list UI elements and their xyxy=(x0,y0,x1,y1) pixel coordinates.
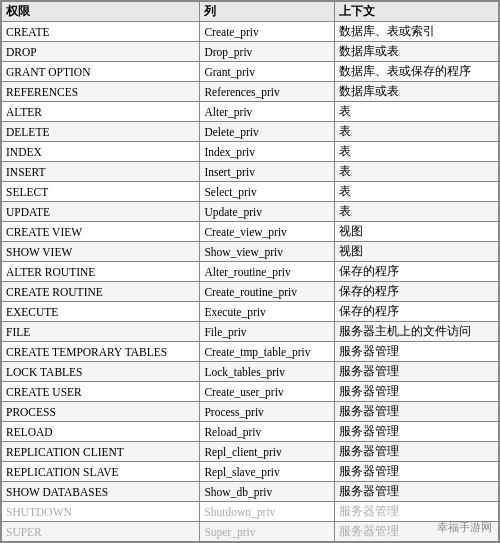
header-context: 上下文 xyxy=(334,2,498,22)
cell-column: Alter_routine_priv xyxy=(200,262,334,282)
cell-privilege: SUPER xyxy=(2,522,200,542)
watermark: 幸福手游网 xyxy=(437,520,492,535)
table-row: SHUTDOWNShutdown_priv服务器管理 xyxy=(2,502,499,522)
cell-privilege: CREATE VIEW xyxy=(2,222,200,242)
header-privilege: 权限 xyxy=(2,2,200,22)
cell-column: Show_db_priv xyxy=(200,482,334,502)
cell-column: Shutdown_priv xyxy=(200,502,334,522)
table-row: SELECTSelect_priv表 xyxy=(2,182,499,202)
cell-column: Insert_priv xyxy=(200,162,334,182)
table-row: REPLICATION SLAVERepl_slave_priv服务器管理 xyxy=(2,462,499,482)
cell-context: 表 xyxy=(334,102,498,122)
cell-context: 表 xyxy=(334,142,498,162)
cell-privilege: DROP xyxy=(2,42,200,62)
header-column: 列 xyxy=(200,2,334,22)
table-row: DELETEDelete_priv表 xyxy=(2,122,499,142)
cell-privilege: LOCK TABLES xyxy=(2,362,200,382)
cell-privilege: GRANT OPTION xyxy=(2,62,200,82)
cell-context: 保存的程序 xyxy=(334,262,498,282)
cell-privilege: FILE xyxy=(2,322,200,342)
table-row: CREATE VIEWCreate_view_priv视图 xyxy=(2,222,499,242)
cell-column: Create_priv xyxy=(200,22,334,42)
cell-context: 视图 xyxy=(334,222,498,242)
table-row: DROPDrop_priv数据库或表 xyxy=(2,42,499,62)
cell-context: 保存的程序 xyxy=(334,282,498,302)
cell-context: 保存的程序 xyxy=(334,302,498,322)
table-row: PROCESSProcess_priv服务器管理 xyxy=(2,402,499,422)
cell-column: Show_view_priv xyxy=(200,242,334,262)
cell-privilege: CREATE USER xyxy=(2,382,200,402)
cell-privilege: SELECT xyxy=(2,182,200,202)
cell-column: Drop_priv xyxy=(200,42,334,62)
cell-privilege: INSERT xyxy=(2,162,200,182)
cell-privilege: CREATE ROUTINE xyxy=(2,282,200,302)
table-row: REFERENCESReferences_priv数据库或表 xyxy=(2,82,499,102)
cell-privilege: RELOAD xyxy=(2,422,200,442)
cell-context: 视图 xyxy=(334,242,498,262)
cell-context: 服务器管理 xyxy=(334,502,498,522)
cell-column: Index_priv xyxy=(200,142,334,162)
cell-context: 服务器管理 xyxy=(334,422,498,442)
cell-column: Execute_priv xyxy=(200,302,334,322)
cell-column: Repl_client_priv xyxy=(200,442,334,462)
cell-column: File_priv xyxy=(200,322,334,342)
cell-privilege: PROCESS xyxy=(2,402,200,422)
table-row: INDEXIndex_priv表 xyxy=(2,142,499,162)
cell-privilege: ALTER ROUTINE xyxy=(2,262,200,282)
table-row: RELOADReload_priv服务器管理 xyxy=(2,422,499,442)
cell-context: 数据库或表 xyxy=(334,42,498,62)
table-row: CREATE TEMPORARY TABLESCreate_tmp_table_… xyxy=(2,342,499,362)
cell-column: Create_user_priv xyxy=(200,382,334,402)
cell-column: Alter_priv xyxy=(200,102,334,122)
cell-column: Select_priv xyxy=(200,182,334,202)
cell-privilege: SHUTDOWN xyxy=(2,502,200,522)
cell-context: 服务器管理 xyxy=(334,482,498,502)
cell-column: Delete_priv xyxy=(200,122,334,142)
table-row: UPDATEUpdate_priv表 xyxy=(2,202,499,222)
table-row: LOCK TABLESLock_tables_priv服务器管理 xyxy=(2,362,499,382)
cell-privilege: SHOW VIEW xyxy=(2,242,200,262)
cell-column: Reload_priv xyxy=(200,422,334,442)
table-row: SUPERSuper_priv服务器管理 xyxy=(2,522,499,542)
table-row: CREATECreate_priv数据库、表或索引 xyxy=(2,22,499,42)
table-header-row: 权限 列 上下文 xyxy=(2,2,499,22)
cell-privilege: REPLICATION SLAVE xyxy=(2,462,200,482)
cell-privilege: DELETE xyxy=(2,122,200,142)
cell-column: Super_priv xyxy=(200,522,334,542)
table-row: FILEFile_priv服务器主机上的文件访问 xyxy=(2,322,499,342)
cell-context: 服务器管理 xyxy=(334,462,498,482)
cell-context: 服务器管理 xyxy=(334,342,498,362)
cell-column: Grant_priv xyxy=(200,62,334,82)
cell-context: 表 xyxy=(334,182,498,202)
cell-column: Create_routine_priv xyxy=(200,282,334,302)
cell-column: Create_tmp_table_priv xyxy=(200,342,334,362)
cell-context: 表 xyxy=(334,162,498,182)
table-row: SHOW VIEWShow_view_priv视图 xyxy=(2,242,499,262)
cell-privilege: EXECUTE xyxy=(2,302,200,322)
cell-privilege: REPLICATION CLIENT xyxy=(2,442,200,462)
table-row: ALTERAlter_priv表 xyxy=(2,102,499,122)
table-row: CREATE USERCreate_user_priv服务器管理 xyxy=(2,382,499,402)
cell-context: 数据库、表或索引 xyxy=(334,22,498,42)
cell-column: Update_priv xyxy=(200,202,334,222)
table-row: GRANT OPTIONGrant_priv数据库、表或保存的程序 xyxy=(2,62,499,82)
cell-privilege: REFERENCES xyxy=(2,82,200,102)
table-row: CREATE ROUTINECreate_routine_priv保存的程序 xyxy=(2,282,499,302)
cell-column: References_priv xyxy=(200,82,334,102)
cell-context: 数据库或表 xyxy=(334,82,498,102)
cell-context: 服务器主机上的文件访问 xyxy=(334,322,498,342)
cell-privilege: SHOW DATABASES xyxy=(2,482,200,502)
cell-column: Repl_slave_priv xyxy=(200,462,334,482)
cell-privilege: CREATE TEMPORARY TABLES xyxy=(2,342,200,362)
cell-privilege: INDEX xyxy=(2,142,200,162)
cell-context: 表 xyxy=(334,202,498,222)
cell-context: 服务器管理 xyxy=(334,442,498,462)
cell-context: 服务器管理 xyxy=(334,362,498,382)
privileges-table: 权限 列 上下文 CREATECreate_priv数据库、表或索引DROPDr… xyxy=(0,0,500,543)
cell-context: 数据库、表或保存的程序 xyxy=(334,62,498,82)
table-row: REPLICATION CLIENTRepl_client_priv服务器管理 xyxy=(2,442,499,462)
cell-context: 服务器管理 xyxy=(334,382,498,402)
cell-context: 服务器管理 xyxy=(334,402,498,422)
cell-column: Lock_tables_priv xyxy=(200,362,334,382)
table-row: SHOW DATABASESShow_db_priv服务器管理 xyxy=(2,482,499,502)
